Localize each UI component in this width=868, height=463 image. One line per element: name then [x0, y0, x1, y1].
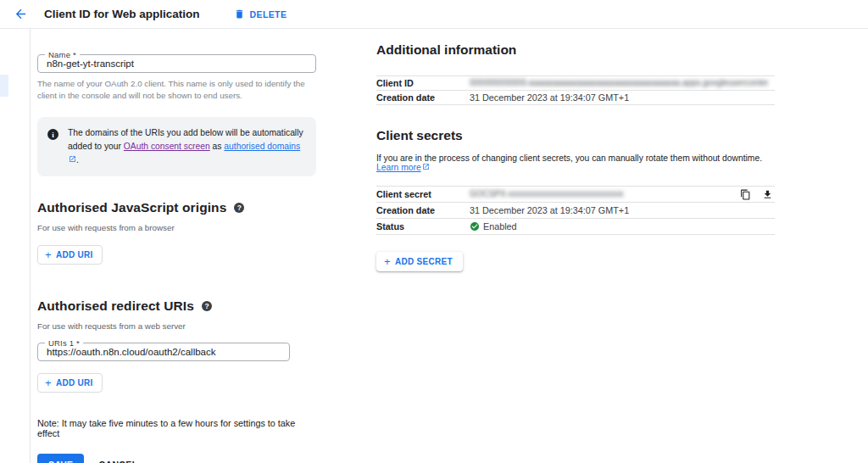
name-helper-text: The name of your OAuth 2.0 client. This …	[37, 78, 312, 102]
client-secrets-description: If you are in the process of changing cl…	[376, 153, 775, 172]
status-label: Status	[376, 221, 470, 232]
download-icon[interactable]	[762, 189, 773, 200]
name-input[interactable]	[38, 55, 315, 72]
domains-notice-text: The domains of the URIs you add below wi…	[68, 126, 304, 167]
domains-notice: i The domains of the URIs you add below …	[37, 117, 316, 176]
js-origins-header: Authorised JavaScript origins ?	[37, 200, 317, 215]
redacted-client-id: 000000000000-aaaaaaaaaaaaaaaaaaaaaaaaaaa…	[470, 78, 768, 88]
table-row-client-id: Client ID 000000000000-aaaaaaaaaaaaaaaaa…	[376, 76, 775, 91]
name-field[interactable]: Name *	[37, 54, 316, 73]
add-uri-origins-button[interactable]: + ADD URI	[37, 245, 103, 265]
secret-creation-date-value: 31 December 2023 at 19:34:07 GMT+1	[470, 205, 775, 215]
status-text: Enabled	[483, 221, 517, 232]
client-secret-label: Client secret	[376, 189, 470, 199]
client-id-value: 000000000000-aaaaaaaaaaaaaaaaaaaaaaaaaaa…	[470, 78, 775, 88]
delete-button[interactable]: DELETE	[234, 8, 287, 20]
plus-icon: +	[45, 379, 52, 388]
secrets-description-text: If you are in the process of changing cl…	[376, 153, 762, 163]
trash-icon	[234, 8, 245, 20]
top-bar: Client ID for Web application DELETE	[0, 0, 868, 29]
nav-rail	[0, 29, 31, 463]
table-row-secret-creation-date: Creation date 31 December 2023 at 19:34:…	[376, 203, 775, 219]
client-form: Name * The name of your OAuth 2.0 client…	[37, 29, 317, 463]
add-secret-label: ADD SECRET	[395, 257, 453, 266]
name-field-label: Name *	[45, 50, 80, 59]
notice-text-after: .	[76, 155, 79, 165]
creation-date-value: 31 December 2023 at 19:34:07 GMT+1	[470, 92, 775, 103]
redirect-uris-title: Authorised redirect URIs	[37, 298, 194, 314]
page-title: Client ID for Web application	[44, 8, 200, 20]
info-icon: i	[47, 129, 58, 140]
client-secret-table: Client secret GOCSPX-xxxxxxxxxxxxxxxxxxx…	[376, 186, 775, 235]
redirect-uris-subtitle: For use with requests from a web server	[37, 321, 317, 331]
oauth-consent-screen-link[interactable]: OAuth consent screen	[124, 142, 210, 151]
add-uri-origins-label: ADD URI	[56, 250, 93, 259]
back-button[interactable]	[10, 4, 31, 25]
add-uri-redirect-button[interactable]: + ADD URI	[37, 373, 103, 393]
client-secret-value: GOCSPX-xxxxxxxxxxxxxxxxxxxxxxxxxxxx	[470, 189, 775, 200]
plus-icon: +	[45, 251, 52, 259]
external-link-icon	[421, 163, 430, 172]
table-row-status: Status Enabled	[376, 219, 775, 235]
save-button[interactable]: SAVE	[37, 454, 84, 463]
content: Name * The name of your OAuth 2.0 client…	[31, 29, 868, 463]
authorised-domains-link[interactable]: authorised domains	[224, 142, 300, 151]
table-row-client-secret: Client secret GOCSPX-xxxxxxxxxxxxxxxxxxx…	[376, 187, 775, 203]
help-icon[interactable]: ?	[234, 203, 244, 213]
settings-note: Note: It may take five minutes to a few …	[37, 418, 317, 438]
additional-info-title: Additional information	[376, 42, 775, 58]
js-origins-title: Authorised JavaScript origins	[37, 200, 226, 215]
arrow-left-icon	[14, 7, 28, 21]
uri-1-field[interactable]: URIs 1 *	[37, 343, 290, 361]
nav-rail-highlight	[0, 75, 8, 97]
form-actions: SAVE CANCEL	[37, 454, 317, 463]
secret-creation-date-label: Creation date	[376, 205, 470, 215]
delete-button-label: DELETE	[250, 9, 287, 20]
learn-more-link[interactable]: Learn more	[376, 163, 421, 172]
client-id-label: Client ID	[376, 78, 470, 88]
plus-icon: +	[384, 258, 391, 266]
additional-info-panel: Additional information Client ID 0000000…	[376, 29, 775, 463]
uri-1-field-label: URIs 1 *	[45, 338, 83, 348]
secret-actions	[740, 189, 775, 200]
status-value: Enabled	[470, 221, 775, 232]
js-origins-subtitle: For use with requests from a browser	[37, 223, 317, 232]
notice-text-mid: as	[210, 142, 225, 151]
add-uri-redirect-label: ADD URI	[56, 378, 93, 388]
redirect-uris-header: Authorised redirect URIs ?	[37, 298, 317, 314]
add-secret-button[interactable]: + ADD SECRET	[376, 252, 463, 271]
cancel-button[interactable]: CANCEL	[98, 460, 137, 463]
redacted-client-secret: GOCSPX-xxxxxxxxxxxxxxxxxxxxxxxxxxxx	[470, 189, 624, 199]
table-row-creation-date: Creation date 31 December 2023 at 19:34:…	[376, 91, 775, 105]
copy-icon[interactable]	[740, 189, 751, 200]
status-badge: Enabled	[470, 221, 517, 232]
help-icon[interactable]: ?	[202, 301, 212, 311]
check-circle-icon	[470, 221, 480, 232]
creation-date-label: Creation date	[376, 92, 470, 103]
external-link-icon	[68, 155, 76, 165]
client-secrets-title: Client secrets	[376, 128, 775, 143]
client-id-table: Client ID 000000000000-aaaaaaaaaaaaaaaaa…	[376, 75, 775, 105]
